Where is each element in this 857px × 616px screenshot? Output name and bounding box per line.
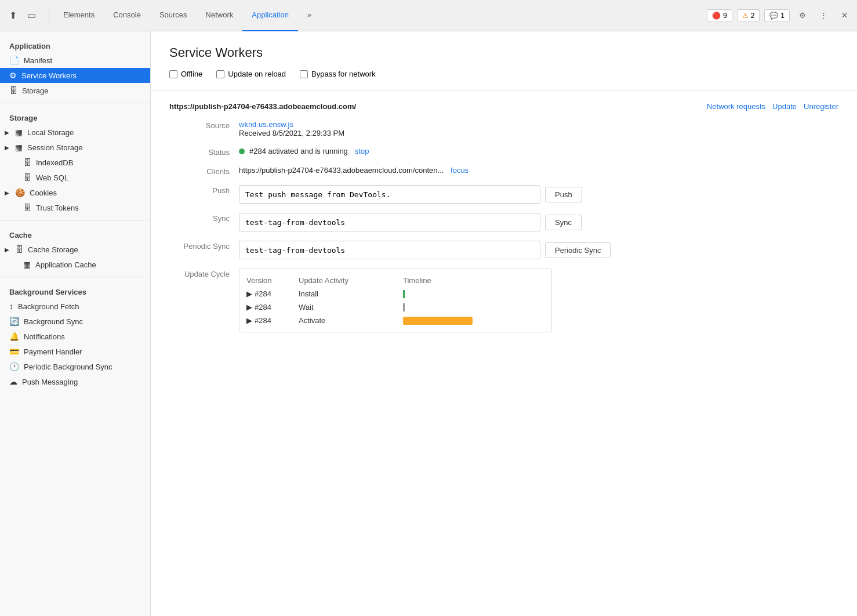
toolbar-icons: ⬆ ▭ [5,8,39,24]
warning-badge[interactable]: ⚠ 2 [737,9,760,22]
message-badge[interactable]: 💬 1 [764,9,790,22]
error-count: 9 [723,12,727,20]
error-badge[interactable]: 🔴 9 [707,9,732,22]
cycle-timeline-install [403,290,544,298]
update-link[interactable]: Update [772,102,797,111]
cycle-row-activate: ▶ #284 Activate [246,316,544,325]
update-on-reload-checkbox[interactable]: Update on reload [216,70,286,78]
sync-button[interactable]: Sync [545,215,582,230]
clients-url: https://publish-p24704-e76433.adobeaemcl… [239,166,444,175]
sidebar-item-cache-storage[interactable]: ▶ 🗄 Cache Storage [0,242,150,257]
sync-input[interactable] [239,213,540,231]
periodic-sync-row: Periodic Sync Periodic Sync [169,241,838,259]
sidebar-bg-title: Background Services [0,282,150,299]
cycle-timeline-wait [403,303,544,311]
sidebar-item-cookies[interactable]: ▶ 🍪 Cookies [0,185,150,200]
toolbar-right: 🔴 9 ⚠ 2 💬 1 ⚙ ⋮ ✕ [707,8,852,24]
update-cycle-label: Update Cycle [169,269,239,278]
tab-application[interactable]: Application [242,0,298,31]
sidebar-item-payment-handler[interactable]: 💳 Payment Handler [0,344,150,359]
status-dot [239,148,245,154]
arrow-icon: ▶ [5,144,9,151]
sidebar-item-manifest[interactable]: 📄 Manifest [0,53,150,68]
cookies-icon: 🍪 [15,188,25,197]
cycle-version-install[interactable]: ▶ #284 [246,289,299,298]
unregister-link[interactable]: Unregister [804,102,838,111]
timeline-bar-orange [403,317,473,325]
cycle-row-wait: ▶ #284 Wait [246,303,544,311]
update-on-reload-checkbox-box[interactable] [216,70,224,78]
sidebar-divider-1 [0,103,150,103]
bypass-for-network-label: Bypass for network [311,70,376,78]
bypass-for-network-checkbox-box[interactable] [300,70,308,78]
cycle-version-activate[interactable]: ▶ #284 [246,316,299,325]
bg-sync-icon: 🔄 [9,317,19,326]
source-value: wknd.us.ensw.js Received 8/5/2021, 2:29:… [239,120,838,137]
tab-more[interactable]: » [298,0,321,31]
sidebar-item-trust-tokens[interactable]: 🗄 Trust Tokens [0,200,150,215]
sidebar-item-storage-main[interactable]: 🗄 Storage [0,83,150,98]
periodic-sync-input[interactable] [239,241,540,259]
source-label: Source [169,120,239,130]
device-icon[interactable]: ▭ [23,8,39,24]
settings-button[interactable]: ⚙ [794,8,811,24]
cycle-row-install: ▶ #284 Install [246,289,544,298]
push-value: Push [239,185,838,204]
sidebar-item-local-storage[interactable]: ▶ ▦ Local Storage [0,125,150,140]
stop-link[interactable]: stop [355,147,369,155]
sidebar-storage-title: Storage [0,108,150,125]
more-options-button[interactable]: ⋮ [815,8,831,24]
cycle-version-wait[interactable]: ▶ #284 [246,303,299,311]
network-requests-link[interactable]: Network requests [707,102,765,111]
sidebar-item-app-cache[interactable]: ▦ Application Cache [0,257,150,272]
clients-label: Clients [169,166,239,176]
bypass-for-network-checkbox[interactable]: Bypass for network [300,70,376,78]
tab-elements[interactable]: Elements [54,0,104,31]
sidebar-item-push-messaging-label: Push Messaging [22,378,78,386]
sidebar-item-indexeddb[interactable]: 🗄 IndexedDB [0,155,150,170]
sidebar-item-notifications[interactable]: 🔔 Notifications [0,329,150,344]
tab-sources[interactable]: Sources [150,0,197,31]
tab-console[interactable]: Console [104,0,150,31]
focus-link[interactable]: focus [451,166,469,175]
periodic-sync-button[interactable]: Periodic Sync [545,242,611,258]
source-link[interactable]: wknd.us.ensw.js [239,120,293,129]
manifest-icon: 📄 [9,56,19,65]
clients-value: https://publish-p24704-e76433.adobeaemcl… [239,166,838,175]
push-input[interactable] [239,185,540,204]
sidebar-item-bg-sync[interactable]: 🔄 Background Sync [0,314,150,329]
status-text: #284 activated and is running [249,147,348,155]
trust-tokens-icon: 🗄 [23,203,31,212]
sidebar-item-session-storage-label: Session Storage [27,143,82,152]
arrow-icon: ▶ [5,247,9,253]
sw-header: https://publish-p24704-e76433.adobeaemcl… [169,102,838,111]
sidebar-item-cookies-label: Cookies [30,189,57,197]
sidebar-item-periodic-bg-sync[interactable]: 🕐 Periodic Background Sync [0,359,150,374]
sidebar-item-trust-tokens-label: Trust Tokens [36,204,79,212]
close-button[interactable]: ✕ [836,8,852,24]
service-workers-icon: ⚙ [9,71,17,80]
sidebar-item-web-sql[interactable]: 🗄 Web SQL [0,170,150,185]
app-cache-icon: ▦ [23,260,31,269]
main-layout: Application 📄 Manifest ⚙ Service Workers… [0,31,857,616]
local-storage-icon: ▦ [15,128,23,137]
tab-network[interactable]: Network [197,0,243,31]
offline-checkbox[interactable]: Offline [169,70,202,78]
page-title: Service Workers [169,45,838,60]
sidebar-item-periodic-bg-sync-label: Periodic Background Sync [24,363,112,371]
sidebar-item-push-messaging[interactable]: ☁ Push Messaging [0,374,150,389]
timeline-bar-green [403,290,405,298]
arrow-icon: ▶ [5,190,9,196]
push-button[interactable]: Push [545,187,582,202]
sync-value: Sync [239,213,838,231]
web-sql-icon: 🗄 [23,173,31,182]
sidebar-item-storage-main-label: Storage [22,86,49,95]
sidebar-item-local-storage-label: Local Storage [27,128,74,137]
sidebar-item-session-storage[interactable]: ▶ ▦ Session Storage [0,140,150,155]
push-input-row: Push [239,185,838,204]
cursor-icon[interactable]: ⬆ [5,8,21,24]
offline-checkbox-box[interactable] [169,70,177,78]
content-panel: Service Workers Offline Update on reload… [151,31,857,616]
sidebar-item-bg-fetch[interactable]: ↕ Background Fetch [0,299,150,314]
sidebar-item-service-workers[interactable]: ⚙ Service Workers [0,68,150,83]
